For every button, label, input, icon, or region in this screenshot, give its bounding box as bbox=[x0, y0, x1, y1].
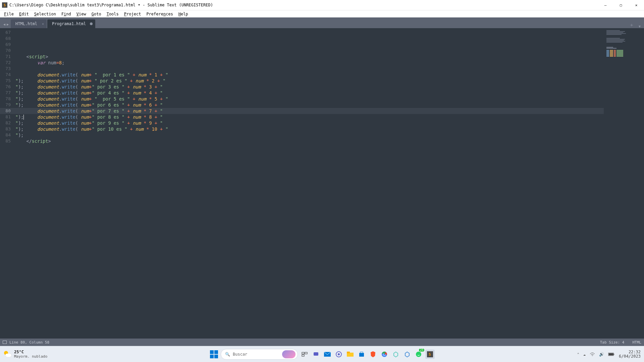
maximize-button[interactable]: ▢ bbox=[613, 0, 629, 10]
svg-point-17 bbox=[592, 355, 593, 356]
tab-label: Programa1.html bbox=[52, 21, 86, 26]
menu-edit[interactable]: Edit bbox=[16, 11, 32, 17]
close-button[interactable]: ✕ bbox=[629, 0, 644, 10]
brave-icon[interactable] bbox=[368, 350, 378, 359]
svg-rect-9 bbox=[359, 353, 364, 357]
tab-close-icon[interactable]: × bbox=[42, 22, 44, 26]
clock-time: 22:32 bbox=[619, 350, 641, 354]
menu-project[interactable]: Project bbox=[121, 11, 144, 17]
svg-rect-0 bbox=[302, 352, 304, 354]
mail-icon[interactable] bbox=[323, 350, 332, 359]
search-placeholder: Buscar bbox=[233, 352, 247, 357]
chat-icon[interactable] bbox=[311, 350, 321, 359]
syntax-mode[interactable]: HTML bbox=[633, 340, 642, 345]
weather-icon bbox=[3, 350, 11, 358]
svg-rect-1 bbox=[305, 352, 307, 354]
battery-icon[interactable] bbox=[608, 352, 615, 356]
taskbar-clock[interactable]: 22:32 6/04/2023 bbox=[619, 350, 641, 359]
tab-dropdown-icon[interactable]: ▼ bbox=[639, 24, 641, 28]
search-decoration-icon bbox=[282, 350, 296, 358]
minimap[interactable] bbox=[604, 28, 644, 339]
menu-goto[interactable]: Goto bbox=[89, 11, 104, 17]
cursor-position[interactable]: Line 80, Column 58 bbox=[9, 340, 49, 345]
status-bar: Line 80, Column 58 Tab Size: 4 HTML bbox=[0, 339, 644, 346]
line-gutter: 67686970717273747576777879808182838485 bbox=[0, 28, 14, 339]
search-icon: 🔍 bbox=[225, 352, 230, 357]
svg-text:S: S bbox=[429, 352, 431, 357]
dirty-indicator-icon bbox=[90, 22, 93, 25]
wifi-icon[interactable] bbox=[590, 352, 595, 356]
tray-overflow-icon[interactable]: ⌃ bbox=[577, 352, 579, 356]
svg-point-6 bbox=[338, 353, 340, 355]
tab-bar: ◀ ▶ HTML.html × Programa1.html ＋ ▼ bbox=[0, 17, 644, 28]
svg-rect-2 bbox=[302, 355, 304, 356]
menu-bar: File Edit Selection Find View Goto Tools… bbox=[0, 10, 644, 17]
nav-fwd-icon[interactable]: ▶ bbox=[7, 22, 9, 26]
onedrive-icon[interactable]: ☁ bbox=[583, 352, 586, 357]
whatsapp-badge: 25 bbox=[419, 349, 424, 352]
minimize-button[interactable]: — bbox=[598, 0, 613, 10]
weather-widget[interactable]: 25°C Mayorm. nublado bbox=[0, 350, 47, 359]
window-title: C:\Users\Diego C\Desktop\sublim text3\Pr… bbox=[9, 3, 598, 7]
svg-rect-20 bbox=[609, 353, 613, 355]
menu-selection[interactable]: Selection bbox=[32, 11, 59, 17]
tab-programa1[interactable]: Programa1.html bbox=[47, 19, 95, 28]
sublime-icon[interactable]: S bbox=[425, 350, 435, 359]
app-icon-2[interactable] bbox=[402, 350, 412, 359]
explorer-icon[interactable] bbox=[345, 350, 355, 359]
weather-temp: 25°C bbox=[14, 350, 47, 354]
tab-size[interactable]: Tab Size: 4 bbox=[600, 340, 625, 345]
menu-preferences[interactable]: Preferences bbox=[144, 11, 176, 17]
new-tab-button[interactable]: ＋ bbox=[629, 22, 634, 28]
title-bar: S C:\Users\Diego C\Desktop\sublim text3\… bbox=[0, 0, 644, 10]
menu-view[interactable]: View bbox=[74, 11, 89, 17]
menu-find[interactable]: Find bbox=[59, 11, 74, 17]
store-icon[interactable] bbox=[357, 350, 366, 359]
start-button[interactable] bbox=[209, 350, 219, 359]
editor-area[interactable]: 67686970717273747576777879808182838485 <… bbox=[0, 28, 644, 339]
taskbar-search[interactable]: 🔍 Buscar bbox=[221, 349, 298, 360]
clock-date: 6/04/2023 bbox=[619, 354, 641, 359]
tab-label: HTML.html bbox=[15, 21, 37, 26]
sidebar-toggle-icon[interactable] bbox=[3, 341, 7, 344]
task-view-icon[interactable] bbox=[300, 350, 309, 359]
chrome-icon[interactable] bbox=[380, 350, 389, 359]
nav-back-icon[interactable]: ◀ bbox=[3, 22, 5, 26]
svg-rect-3 bbox=[314, 352, 318, 356]
app-icon: S bbox=[2, 2, 7, 8]
svg-rect-8 bbox=[347, 352, 350, 353]
menu-tools[interactable]: Tools bbox=[104, 11, 121, 17]
svg-rect-19 bbox=[613, 354, 614, 355]
code-area[interactable]: <script> var num=8; document.write( num+… bbox=[14, 28, 644, 339]
volume-icon[interactable]: 🔊 bbox=[599, 352, 604, 357]
svg-point-14 bbox=[416, 352, 421, 357]
windows-taskbar: 25°C Mayorm. nublado 🔍 Buscar 25 S ⌃ ☁ 🔊… bbox=[0, 346, 644, 362]
copilot-icon[interactable] bbox=[334, 350, 343, 359]
system-tray: ⌃ ☁ 🔊 22:32 6/04/2023 bbox=[577, 350, 641, 359]
weather-desc: Mayorm. nublado bbox=[14, 354, 47, 359]
app-icon-1[interactable] bbox=[391, 350, 400, 359]
tab-html[interactable]: HTML.html × bbox=[11, 19, 47, 28]
menu-file[interactable]: File bbox=[1, 11, 16, 17]
whatsapp-icon[interactable]: 25 bbox=[414, 350, 423, 359]
menu-help[interactable]: Help bbox=[176, 11, 191, 17]
